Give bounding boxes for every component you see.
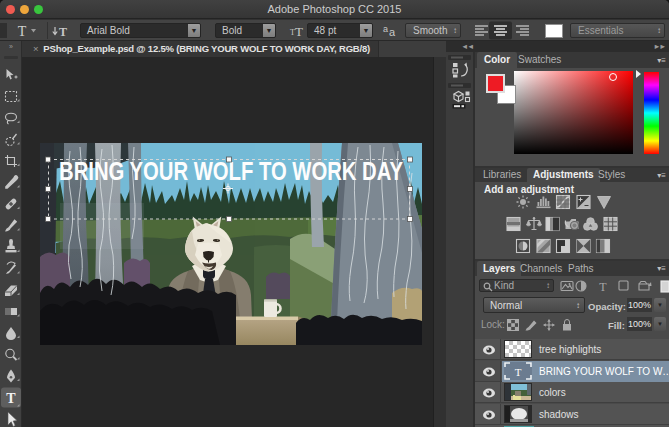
svg-text:T: T <box>18 24 27 39</box>
svg-text:a: a <box>389 26 396 38</box>
svg-text:»: » <box>9 43 13 50</box>
svg-text:T: T <box>59 25 67 39</box>
svg-text:T: T <box>599 280 607 294</box>
svg-text:T: T <box>6 391 16 406</box>
svg-text:T: T <box>515 365 522 377</box>
svg-text:a: a <box>383 24 388 34</box>
svg-text:T: T <box>295 24 303 39</box>
